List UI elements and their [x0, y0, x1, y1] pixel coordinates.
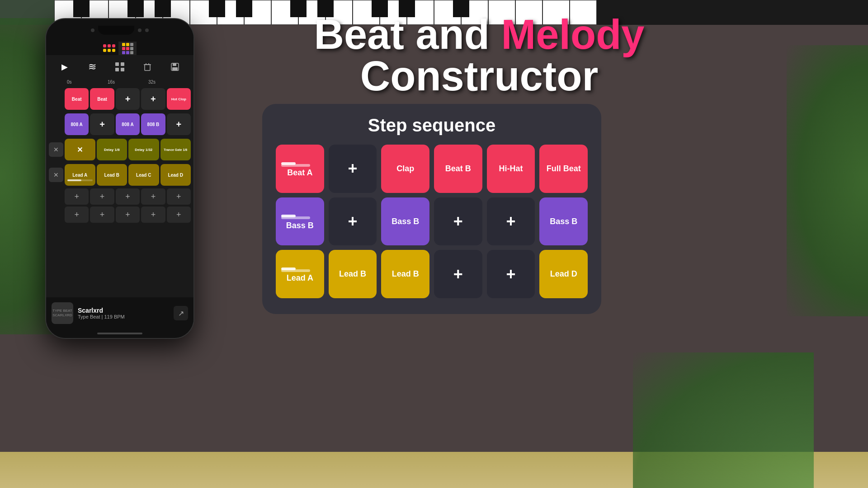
svg-rect-3: [121, 68, 124, 71]
timeline-row-delete-beat[interactable]: [49, 92, 63, 106]
step-plus-4[interactable]: +: [487, 197, 535, 246]
tl-plus-4[interactable]: +: [167, 113, 191, 135]
color-dot-yellow2: [108, 49, 111, 52]
step-full-beat[interactable]: Full Beat: [539, 145, 588, 193]
grid-dot: [130, 47, 133, 50]
phone-dot: [145, 28, 149, 32]
svg-rect-9: [173, 63, 176, 66]
tl-add-btn-3[interactable]: +: [116, 188, 140, 205]
tl-lead-c[interactable]: Lead C: [128, 164, 159, 186]
tl-add-btn-4[interactable]: +: [141, 188, 165, 205]
tl-lead-b-1[interactable]: Lead B: [97, 164, 127, 186]
phone-timeline: 0s 16s 32s Beat Beat + + Hot Clop 808 A …: [46, 79, 193, 297]
tl-add-btn-9[interactable]: +: [141, 206, 165, 223]
timeline-row-808: 808 A + 808 A 808 B +: [49, 113, 191, 136]
save-button[interactable]: [167, 59, 183, 75]
add-row-2: + + + + +: [49, 206, 191, 223]
tl-plus-2[interactable]: +: [141, 88, 165, 110]
step-plus-2[interactable]: +: [329, 197, 377, 246]
piano-black-key: [453, 0, 469, 17]
timeline-row-beat: Beat Beat + + Hot Clop: [49, 87, 191, 111]
piano-black-key: [155, 0, 171, 17]
timeline-row-delete-lead[interactable]: ✕: [49, 168, 63, 182]
waves-button[interactable]: ≋: [84, 59, 100, 75]
grid-dot: [126, 51, 129, 54]
step-hihat[interactable]: Hi-Hat: [487, 145, 535, 193]
title-line1: Beat and Melody: [271, 14, 687, 55]
step-beat-a[interactable]: Beat A: [276, 145, 324, 193]
color-dot-red2: [108, 44, 111, 47]
tl-lead-a[interactable]: Lead A: [65, 164, 95, 186]
beat-a-slider: [281, 164, 310, 167]
phone-toolbar: ▶ ≋: [46, 55, 193, 79]
grid-dot: [130, 43, 133, 46]
grid-dot: [122, 51, 125, 54]
phone-mockup: ▶ ≋: [45, 18, 194, 339]
step-sequence-panel: Step sequence Beat A + Clap Beat B Hi-Ha…: [262, 104, 601, 314]
step-bass-b-3[interactable]: Bass B: [539, 197, 588, 246]
step-plus-3[interactable]: +: [434, 197, 482, 246]
svg-rect-0: [115, 62, 119, 66]
tl-delay-1[interactable]: Delay 1/8: [97, 139, 127, 160]
timeline-row-lead: ✕ Lead A Lead B Lead C Lead D: [49, 163, 191, 187]
tl-add-btn-5[interactable]: +: [167, 188, 191, 205]
tl-trance-gate[interactable]: Trance Gate 1/8: [160, 139, 191, 160]
piano-black-key: [372, 0, 388, 17]
tl-lead-d[interactable]: Lead D: [160, 164, 191, 186]
grid-button[interactable]: [112, 59, 128, 75]
tl-add-btn-10[interactable]: +: [167, 206, 191, 223]
piano-black-key: [399, 0, 415, 17]
timeline-label-32s: 32s: [148, 80, 189, 84]
svg-rect-2: [115, 68, 119, 71]
timeline-row-delete-808[interactable]: [49, 117, 63, 131]
step-bass-b-1[interactable]: Bass B: [276, 197, 324, 246]
tl-add-btn-6[interactable]: +: [65, 206, 89, 223]
color-dot-red1: [103, 44, 106, 47]
tl-add-btn-8[interactable]: +: [116, 206, 140, 223]
leaf-right-decoration: [787, 45, 868, 316]
tl-plus-1[interactable]: +: [116, 88, 140, 110]
step-beat-b[interactable]: Beat B: [434, 145, 482, 193]
tl-beat-1[interactable]: Beat: [65, 88, 89, 110]
tl-808b[interactable]: 808 B: [141, 113, 165, 135]
tl-delay-2[interactable]: Delay 1/32: [128, 139, 159, 160]
play-button[interactable]: ▶: [57, 59, 73, 75]
leaf-bottom-right-decoration: [633, 352, 814, 488]
trash-button[interactable]: [139, 59, 156, 75]
timeline-row-delete-fx[interactable]: ✕: [49, 142, 63, 157]
tl-808a-1[interactable]: 808 A: [65, 113, 89, 135]
phone-dot: [91, 28, 94, 32]
bass-b-slider: [281, 216, 310, 219]
step-plus-6[interactable]: +: [487, 250, 535, 298]
step-bass-b-2[interactable]: Bass B: [381, 197, 429, 246]
tl-add-btn-1[interactable]: +: [65, 188, 89, 205]
step-lead-b-1[interactable]: Lead B: [329, 250, 377, 298]
step-lead-a[interactable]: Lead A: [276, 250, 324, 298]
step-clap[interactable]: Clap: [381, 145, 429, 193]
tl-beat-2[interactable]: Beat: [90, 88, 114, 110]
add-row-1: + + + + +: [49, 188, 191, 205]
step-lead-b-2[interactable]: Lead B: [381, 250, 429, 298]
lead-a-mini-slider: [67, 179, 93, 181]
piano-black-key: [236, 0, 252, 17]
grid-icon: [122, 43, 133, 54]
step-plus-5[interactable]: +: [434, 250, 482, 298]
tl-add-btn-2[interactable]: +: [90, 188, 114, 205]
tl-x-cell[interactable]: ✕: [65, 139, 95, 160]
tl-808a-2[interactable]: 808 A: [116, 113, 140, 135]
phone-home-bar: [46, 329, 193, 338]
tl-add-btn-7[interactable]: +: [90, 206, 114, 223]
step-lead-d[interactable]: Lead D: [539, 250, 588, 298]
color-grid-icon: [103, 44, 116, 52]
title-area: Beat and Melody Constructor: [271, 14, 687, 97]
tl-plus-3[interactable]: +: [90, 113, 114, 135]
grid-icon: [115, 62, 125, 72]
export-button[interactable]: ↗: [174, 306, 188, 320]
step-plus-1[interactable]: +: [329, 145, 377, 193]
grid-dot: [126, 43, 129, 46]
piano-black-key: [73, 0, 90, 17]
color-dot-yellow1: [103, 49, 106, 52]
grid-dot: [126, 47, 129, 50]
tl-hot-clop[interactable]: Hot Clop: [167, 88, 191, 110]
player-name: Scarlxrd: [78, 307, 169, 314]
